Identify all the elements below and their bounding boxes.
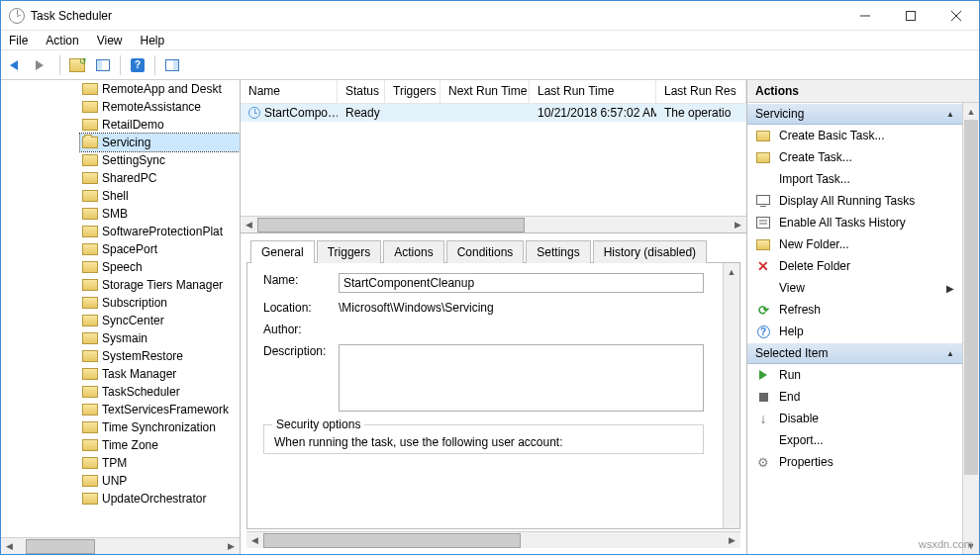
action-item[interactable]: View▶ — [747, 277, 962, 299]
tree-item-label: Time Synchronization — [102, 420, 216, 434]
pane-toggle-2[interactable] — [160, 53, 184, 77]
tree-item[interactable]: SystemRestore — [80, 347, 240, 365]
action-item[interactable]: ?Help — [747, 321, 962, 342]
scroll-up-icon[interactable]: ▲ — [963, 103, 979, 120]
menu-view[interactable]: View — [95, 32, 125, 49]
actions-vscrollbar[interactable]: ▲ ▼ — [962, 103, 979, 554]
scroll-left-icon[interactable]: ◀ — [246, 532, 263, 549]
tree-item[interactable]: Storage Tiers Manager — [80, 276, 240, 294]
tree-item[interactable]: UpdateOrchestrator — [80, 490, 240, 508]
scroll-thumb[interactable] — [263, 533, 521, 548]
scroll-right-icon[interactable]: ▶ — [724, 532, 740, 549]
tree-item[interactable]: Task Manager — [80, 365, 240, 383]
action-item[interactable]: Export... — [747, 429, 962, 451]
scroll-right-icon[interactable]: ▶ — [223, 538, 240, 555]
section-title: Servicing — [755, 107, 804, 121]
details-hscrollbar[interactable]: ◀ ▶ — [246, 531, 740, 548]
maximize-button[interactable] — [888, 1, 933, 31]
action-label: Disable — [779, 412, 819, 425]
minimize-button[interactable] — [842, 1, 888, 31]
col-status[interactable]: Status — [338, 80, 385, 103]
tab-general[interactable]: General — [250, 240, 315, 263]
scroll-thumb[interactable] — [964, 120, 978, 475]
up-button[interactable] — [65, 53, 89, 77]
tab-conditions[interactable]: Conditions — [446, 240, 525, 263]
tree-list: RemoteApp and DesktRemoteAssistanceRetai… — [1, 80, 240, 508]
section-head-selected[interactable]: Selected Item ▲ — [747, 342, 962, 364]
pane-toggle-1[interactable] — [91, 53, 115, 77]
task-row[interactable]: StartCompo… Ready 10/21/2018 6:57:02 AM … — [241, 104, 746, 122]
watermark: wsxdn.com — [919, 538, 973, 550]
description-field[interactable] — [339, 344, 704, 412]
col-result[interactable]: Last Run Res — [656, 80, 746, 103]
tree-item[interactable]: SettingSync — [80, 151, 240, 169]
tree-item-label: UpdateOrchestrator — [102, 492, 206, 506]
action-item[interactable]: New Folder... — [747, 233, 962, 255]
help-button[interactable]: ? — [126, 53, 149, 77]
tab-triggers[interactable]: Triggers — [317, 240, 382, 263]
back-button[interactable] — [5, 53, 29, 77]
scroll-right-icon[interactable]: ▶ — [730, 217, 746, 233]
tasklist-hscrollbar[interactable]: ◀ ▶ — [241, 216, 746, 232]
action-item[interactable]: Display All Running Tasks — [747, 190, 962, 212]
tree-hscrollbar[interactable]: ◀ ▶ — [1, 537, 240, 554]
tree-item[interactable]: Time Zone — [80, 436, 240, 454]
task-next — [441, 112, 530, 114]
col-next[interactable]: Next Run Time — [441, 80, 530, 103]
action-item[interactable]: Enable All Tasks History — [747, 212, 962, 233]
tree-item[interactable]: RetailDemo — [80, 116, 240, 134]
action-label: New Folder... — [779, 237, 849, 251]
forward-button[interactable] — [31, 53, 54, 77]
col-triggers[interactable]: Triggers — [385, 80, 441, 103]
action-item[interactable]: ⟳Refresh — [747, 299, 962, 321]
tab-actions[interactable]: Actions — [383, 240, 443, 263]
tree-scroll[interactable]: RemoteApp and DesktRemoteAssistanceRetai… — [1, 80, 240, 537]
action-item[interactable]: Create Basic Task... — [747, 125, 962, 146]
action-item[interactable]: Run — [747, 364, 962, 386]
tree-item-label: SoftwareProtectionPlat — [102, 225, 223, 238]
details-vscrollbar[interactable]: ▲ — [723, 263, 739, 528]
tree-item-label: Speech — [102, 260, 143, 274]
tree-item[interactable]: SyncCenter — [80, 312, 240, 329]
action-item[interactable]: Create Task... — [747, 146, 962, 168]
tree-item[interactable]: SMB — [80, 205, 240, 223]
tree-item[interactable]: Subscription — [80, 294, 240, 312]
tree-item[interactable]: TaskScheduler — [80, 383, 240, 401]
action-item[interactable]: ⚙Properties — [747, 451, 962, 473]
task-last: 10/21/2018 6:57:02 AM — [530, 105, 656, 121]
menu-action[interactable]: Action — [44, 32, 80, 49]
action-item[interactable]: End — [747, 386, 962, 408]
scroll-up-icon[interactable]: ▲ — [724, 263, 739, 280]
section-head-context[interactable]: Servicing ▲ — [747, 103, 962, 125]
tree-item[interactable]: Servicing — [80, 134, 240, 151]
tree-item[interactable]: RemoteApp and Deskt — [80, 80, 240, 98]
tree-item[interactable]: Time Synchronization — [80, 418, 240, 436]
tree-item[interactable]: SpacePort — [80, 240, 240, 258]
scroll-left-icon[interactable]: ◀ — [241, 217, 257, 233]
name-field[interactable] — [339, 273, 704, 293]
tree-item[interactable]: TextServicesFramework — [80, 401, 240, 418]
tab-settings[interactable]: Settings — [526, 240, 590, 263]
close-button[interactable] — [933, 1, 979, 31]
tree-item[interactable]: UNP — [80, 472, 240, 490]
col-last[interactable]: Last Run Time — [530, 80, 656, 103]
col-name[interactable]: Name — [241, 80, 338, 103]
scroll-left-icon[interactable]: ◀ — [1, 538, 18, 555]
action-item[interactable]: Import Task... — [747, 168, 962, 190]
action-item[interactable]: ✕Delete Folder — [747, 255, 962, 277]
scroll-thumb[interactable] — [26, 539, 95, 554]
tab-history[interactable]: History (disabled) — [593, 240, 707, 263]
tree-item[interactable]: TPM — [80, 454, 240, 472]
author-value — [339, 323, 704, 336]
tree-item[interactable]: Shell — [80, 187, 240, 205]
menu-file[interactable]: File — [7, 32, 30, 49]
tree-item[interactable]: SharedPC — [80, 169, 240, 187]
tree-item[interactable]: Speech — [80, 258, 240, 276]
menu-help[interactable]: Help — [139, 32, 167, 49]
tree-item[interactable]: SoftwareProtectionPlat — [80, 223, 240, 240]
tree-item[interactable]: Sysmain — [80, 329, 240, 347]
scroll-thumb[interactable] — [257, 218, 525, 232]
task-rows[interactable]: StartCompo… Ready 10/21/2018 6:57:02 AM … — [241, 104, 746, 216]
tree-item[interactable]: RemoteAssistance — [80, 98, 240, 116]
action-item[interactable]: ↓Disable — [747, 408, 962, 429]
